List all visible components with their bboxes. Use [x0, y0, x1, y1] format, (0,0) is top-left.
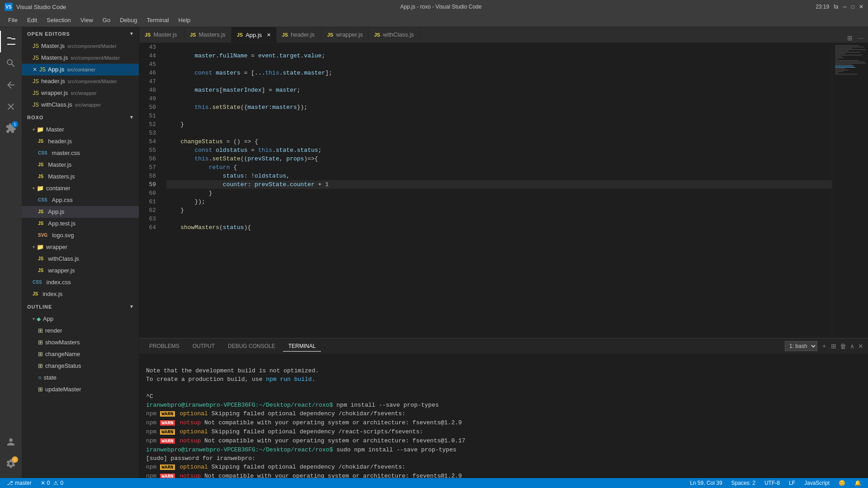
file-app-css[interactable]: CSS App.css	[22, 194, 139, 206]
code-editor[interactable]: 43 44 45 46 47 48 49 50 51 52 53 54 55 5…	[139, 43, 832, 338]
activity-extensions[interactable]: 1	[0, 117, 22, 139]
tab-app-js[interactable]: JS App.js ✕	[231, 27, 277, 42]
terminal-collapse-icon[interactable]: ∧	[850, 343, 854, 350]
menu-file[interactable]: File	[5, 15, 21, 25]
outline-app[interactable]: ▾ ◆ App	[22, 313, 139, 325]
status-feedback[interactable]: 😊	[836, 480, 848, 486]
menu-debug[interactable]: Debug	[116, 15, 141, 25]
menu-edit[interactable]: Edit	[24, 15, 41, 25]
outline-prop-icon: ○	[38, 373, 42, 383]
outline-changename[interactable]: ⊞ changeName	[22, 348, 139, 360]
window-close[interactable]: ✕	[859, 4, 863, 10]
tab-close-icon[interactable]: ✕	[267, 32, 271, 38]
window-maximize[interactable]: □	[851, 4, 854, 10]
status-eol[interactable]: LF	[787, 480, 797, 486]
tab-masters-js[interactable]: JS Masters.js	[184, 27, 231, 42]
file-logo-svg[interactable]: SVG logo.svg	[22, 230, 139, 241]
menu-help[interactable]: Help	[175, 15, 194, 25]
code-line-62: }	[166, 206, 832, 215]
outline-render[interactable]: ⊞ render	[22, 325, 139, 337]
folder-icon: 📁	[37, 242, 44, 252]
more-actions-icon[interactable]: ···	[857, 33, 864, 42]
open-editor-wrapper[interactable]: JS wrapper.js src/wrapper	[22, 87, 139, 99]
terminal-close-icon[interactable]: ✕	[858, 343, 863, 350]
tab-problems[interactable]: PROBLEMS	[144, 341, 185, 352]
tab-terminal[interactable]: TERMINAL	[283, 341, 321, 352]
tab-wrapper-js[interactable]: JS wrapper.js	[322, 27, 369, 42]
code-content[interactable]: master.fullName = event.target.value; co…	[162, 43, 832, 338]
status-errors[interactable]: ✕ 0 ⚠ 0	[38, 480, 66, 486]
file-masters-js[interactable]: JS Masters.js	[22, 171, 139, 183]
terminal-content[interactable]: Note that the development build is not o…	[139, 354, 868, 478]
file-wrapper-js[interactable]: JS wrapper.js	[22, 265, 139, 277]
file-app-test-js[interactable]: JS App.test.js	[22, 218, 139, 230]
tab-label: Masters.js	[198, 31, 225, 38]
file-name: wrapper.js	[41, 88, 68, 98]
activity-search[interactable]	[0, 52, 22, 74]
menu-go[interactable]: Go	[99, 15, 114, 25]
code-line-50: this.setState({master:masters});	[166, 103, 832, 112]
activity-account[interactable]	[0, 431, 22, 453]
file-app-js[interactable]: JS App.js	[22, 206, 139, 218]
open-editor-master[interactable]: JS Master.js src/component/Master	[22, 40, 139, 52]
terminal-trash-icon[interactable]: 🗑	[840, 343, 846, 350]
chevron-icon: ▾	[33, 314, 35, 324]
folder-container[interactable]: ▾ 📁 container	[22, 183, 139, 194]
file-index-js[interactable]: JS index.js	[22, 288, 139, 300]
open-editor-header[interactable]: JS header.js src/component/Master	[22, 75, 139, 87]
window-minimize[interactable]: ─	[843, 4, 847, 10]
outline-item-name: updateMaster	[45, 385, 81, 394]
tab-master-js[interactable]: JS Master.js	[139, 27, 184, 42]
outline-header[interactable]: OUTLINE ▾	[22, 300, 139, 313]
open-editor-masters[interactable]: JS Masters.js src/component/Master	[22, 52, 139, 64]
top-bar-right: 23:19 fa ─ □ ✕	[816, 4, 863, 10]
code-line-59: counter: prevState.counter + 1	[166, 180, 832, 189]
folder-master[interactable]: ▾ 📁 Master	[22, 124, 139, 136]
code-line-64: showMasters(status){	[166, 223, 832, 232]
js-icon: JS	[38, 136, 43, 146]
status-branch[interactable]: ⎇ master	[5, 480, 34, 486]
file-name: Masters.js	[48, 172, 75, 182]
open-editor-withclass[interactable]: JS withClass.js src/wrapper	[22, 99, 139, 111]
outline-changestatus[interactable]: ⊞ changeStatus	[22, 360, 139, 372]
status-encoding[interactable]: UTF-8	[762, 480, 782, 486]
outline-updatemaster[interactable]: ⊞ updateMaster	[22, 384, 139, 395]
tab-label: header.js	[291, 31, 315, 38]
menu-view[interactable]: View	[77, 15, 97, 25]
open-editor-app[interactable]: ✕ JS App.js src/container	[22, 64, 139, 75]
activity-settings[interactable]: !	[0, 453, 22, 474]
file-index-css[interactable]: CSS index.css	[22, 277, 139, 288]
outline-showmasters[interactable]: ⊞ showMasters	[22, 337, 139, 348]
roxo-header[interactable]: ROXO ▾	[22, 111, 139, 124]
status-language[interactable]: JavaScript	[802, 480, 832, 486]
status-spaces[interactable]: Spaces: 2	[729, 480, 758, 486]
file-header-js[interactable]: JS header.js	[22, 136, 139, 147]
top-bar-lang: fa	[834, 4, 838, 10]
term-line-warn1: npm WARN optional Skipping failed option…	[146, 409, 861, 418]
split-editor-icon[interactable]: ⊞	[846, 33, 854, 42]
terminal-add-icon[interactable]: ＋	[821, 342, 827, 350]
file-withclass-js[interactable]: JS withClass.js	[22, 253, 139, 265]
tab-header-js[interactable]: JS header.js	[277, 27, 322, 42]
code-line-51	[166, 112, 832, 120]
tab-output[interactable]: OUTPUT	[187, 341, 220, 352]
file-master-css[interactable]: CSS master.css	[22, 147, 139, 159]
outline-state[interactable]: ○ state	[22, 372, 139, 384]
term-line-prompt1: iranwebpro@iranwebpro-VPCEB36FG:~/Deskto…	[146, 401, 861, 409]
terminal-split-icon[interactable]: ⊞	[831, 343, 836, 350]
menu-terminal[interactable]: Terminal	[143, 15, 172, 25]
tab-withclass-js[interactable]: JS withClass.js	[368, 27, 420, 42]
file-master-js[interactable]: JS Master.js	[22, 159, 139, 171]
close-icon[interactable]: ✕	[33, 65, 37, 75]
activity-debug[interactable]	[0, 96, 22, 117]
activity-git[interactable]	[0, 74, 22, 96]
tab-debug-console[interactable]: DEBUG CONSOLE	[222, 341, 281, 352]
menu-selection[interactable]: Selection	[43, 15, 74, 25]
terminal-shell-select[interactable]: 1: bash	[785, 341, 817, 351]
activity-explorer[interactable]	[0, 31, 22, 52]
open-editors-header[interactable]: OPEN EDITORS ▾	[22, 27, 139, 40]
status-position[interactable]: Ln 59, Col 39	[688, 480, 724, 486]
chevron-icon: ▾	[33, 125, 35, 135]
status-notification[interactable]: 🔔	[852, 480, 863, 486]
folder-wrapper[interactable]: ▾ 📁 wrapper	[22, 241, 139, 253]
